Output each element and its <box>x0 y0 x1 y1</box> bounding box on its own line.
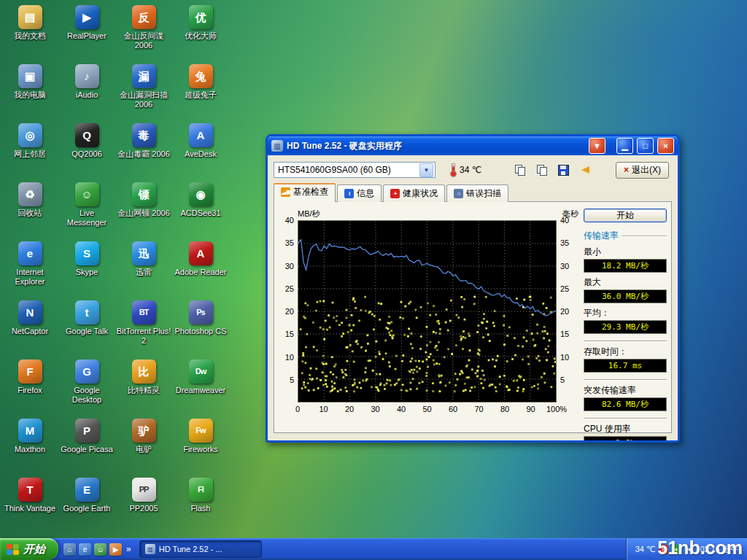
benchmark-tab-icon: ▂▄▆ <box>281 187 290 197</box>
desktop-icon-label: 优化大师 <box>185 31 217 41</box>
app-icon: A <box>189 123 213 147</box>
desktop-icon[interactable]: AAveDesk <box>172 120 229 179</box>
max-value: 36.0 MB/秒 <box>584 289 667 303</box>
desktop-icon[interactable]: 漏金山漏洞扫描 2006 <box>115 61 172 120</box>
start-menu-button[interactable]: 开始 <box>0 538 58 560</box>
desktop-icon[interactable]: NNetCaptor <box>1 297 58 356</box>
copy-screenshot-button[interactable] <box>510 160 530 179</box>
drive-select[interactable]: HTS541060G9SA00 (60 GB) ▼ <box>274 162 436 178</box>
acoustic-button[interactable] <box>576 160 596 179</box>
ie-icon[interactable]: e <box>79 543 91 556</box>
taskbar-task-button[interactable]: ▥HD Tune 2.52 - ... <box>139 540 262 558</box>
taskbar-clock[interactable]: 02:16 上午 <box>700 544 738 555</box>
copy-text-button[interactable] <box>532 160 552 179</box>
desktop-icon[interactable]: ♻回收站 <box>1 179 58 238</box>
app-icon: A <box>189 241 213 265</box>
desktop-icon-label: PP2005 <box>129 504 158 513</box>
desktop-icon[interactable]: FwFireworks <box>172 415 229 474</box>
copy-icon <box>537 165 547 175</box>
tab-基准检查[interactable]: ▂▄▆基准检查 <box>274 183 336 202</box>
desktop-icon[interactable]: FFirefox <box>1 356 58 415</box>
antivirus-tray-icon[interactable]: K <box>659 545 668 554</box>
burst-rate-label: 突发传输速率 <box>584 384 667 397</box>
y-tick-label: 5 <box>560 376 565 384</box>
desktop-icon[interactable]: GGoogle Desktop <box>58 356 115 415</box>
desktop-icon[interactable]: ▶RealPlayer <box>58 1 115 61</box>
desktop-icon-label: Live Messenger <box>59 209 115 227</box>
desktop-icon[interactable]: AAdobe Reader <box>172 238 229 297</box>
desktop-icon[interactable]: SSkype <box>58 238 115 297</box>
desktop-icon[interactable]: PGoogle Picasa <box>58 415 115 474</box>
minimize-button[interactable]: ▁ <box>616 138 633 154</box>
start-button-label: 开始 <box>23 542 45 556</box>
app-icon: M <box>18 419 42 443</box>
quick-launch-overflow-icon[interactable]: » <box>125 544 133 554</box>
desktop-icon-label: 我的文档 <box>14 31 46 41</box>
app-icon: P <box>75 419 99 443</box>
app-icon: 驴 <box>132 419 156 443</box>
desktop-icon[interactable]: TThink Vantage <box>1 474 58 533</box>
app-icon: Fw <box>189 419 213 443</box>
desktop-icon[interactable]: tGoogle Talk <box>58 297 115 356</box>
desktop-icon[interactable]: 比比特精灵 <box>115 356 172 415</box>
tab-错误扫描[interactable]: ○错误扫描 <box>446 184 508 202</box>
app-icon: Ps <box>189 300 213 324</box>
media-player-icon[interactable]: ▶ <box>109 543 122 556</box>
y-tick-label: 30 <box>285 262 294 271</box>
desktop-icon[interactable]: PPPP2005 <box>115 474 172 533</box>
desktop-icon[interactable]: BTBitTorrent Plus! 2 <box>115 297 172 356</box>
desktop-icon[interactable]: 驴电驴 <box>115 415 172 474</box>
app-icon: Fl <box>189 478 213 502</box>
desktop-icon[interactable]: ▤我的文档 <box>1 1 58 61</box>
desktop-icon[interactable]: QQQ2006 <box>58 120 115 179</box>
desktop-icon-label: Internet Explorer <box>2 268 58 286</box>
x-tick-label: 0 <box>295 405 300 413</box>
avg-label: 平均： <box>584 307 667 319</box>
desktop-icon[interactable]: PsPhotoshop CS <box>172 297 229 356</box>
desktop-icon[interactable]: ♪iAudio <box>58 61 115 120</box>
messenger-icon[interactable]: ☺ <box>94 543 107 556</box>
desktop-icon[interactable]: 优优化大师 <box>172 1 229 61</box>
error-scan-tab-icon: ○ <box>454 189 463 198</box>
tab-strip: ▂▄▆基准检查i信息+健康状况○错误扫描 <box>274 183 672 201</box>
maximize-button[interactable]: □ <box>637 138 654 154</box>
desktop-icon[interactable]: 兔超级兔子 <box>172 61 229 120</box>
desktop-icon[interactable]: ▣我的电脑 <box>1 61 58 120</box>
desktop-icon[interactable]: EGoogle Earth <box>58 474 115 533</box>
tab-信息[interactable]: i信息 <box>337 184 382 202</box>
desktop-icon[interactable]: 迅迅雷 <box>115 238 172 297</box>
chevron-down-icon[interactable]: ▼ <box>419 163 433 177</box>
benchmark-plot-svg <box>298 221 556 402</box>
tray-temperature: 34 ℃ <box>635 545 656 554</box>
tab-健康状况[interactable]: +健康状况 <box>383 184 445 202</box>
desktop-icon[interactable]: ☺Live Messenger <box>58 179 115 238</box>
desktop-icon-label: 回收站 <box>18 209 42 218</box>
firewall-tray-icon[interactable]: ♦ <box>671 545 681 554</box>
desktop-icon[interactable]: eInternet Explorer <box>1 238 58 297</box>
minimize-to-tray-button[interactable]: ▼ <box>589 138 605 154</box>
temperature-value: 34 ℃ <box>460 165 481 175</box>
x-axis-ticks: 0102030405060708090100% <box>298 402 557 416</box>
desktop-icon[interactable]: MMaxthon <box>1 415 58 474</box>
left-axis-ticks: 403530252015105 <box>279 220 298 402</box>
x-tick-label: 80 <box>500 405 509 413</box>
app-icon: 优 <box>189 5 213 29</box>
desktop-icon-grid: ▤我的文档▣我的电脑◎网上邻居♻回收站eInternet ExplorerNNe… <box>1 1 229 533</box>
desktop-icon[interactable]: FlFlash <box>172 474 229 533</box>
desktop-icon[interactable]: ◎网上邻居 <box>1 120 58 179</box>
save-screenshot-button[interactable] <box>554 160 574 179</box>
close-button[interactable]: × <box>657 138 674 154</box>
app-icon: ◎ <box>18 123 42 147</box>
volume-tray-icon[interactable]: ◄ <box>684 545 693 554</box>
exit-button[interactable]: × 退出(X) <box>616 162 669 179</box>
health-tab-icon: + <box>390 189 400 198</box>
desktop-icon[interactable]: ◉ACDSee31 <box>172 179 229 238</box>
window-titlebar[interactable]: ▥ HD Tune 2.52 - 硬盘实用程序 ▼ ▁ □ × <box>268 136 678 155</box>
desktop-icon[interactable]: 毒金山毒霸 2006 <box>115 120 172 179</box>
desktop-icon[interactable]: 反金山反间谍 2006 <box>115 1 172 61</box>
show-desktop-icon[interactable]: ⌂ <box>63 543 76 556</box>
desktop-icon[interactable]: DwDreamweaver <box>172 356 229 415</box>
start-button[interactable]: 开始 <box>584 209 667 222</box>
copy-icon <box>515 165 525 175</box>
desktop-icon[interactable]: 镖金山网镖 2006 <box>115 179 172 238</box>
